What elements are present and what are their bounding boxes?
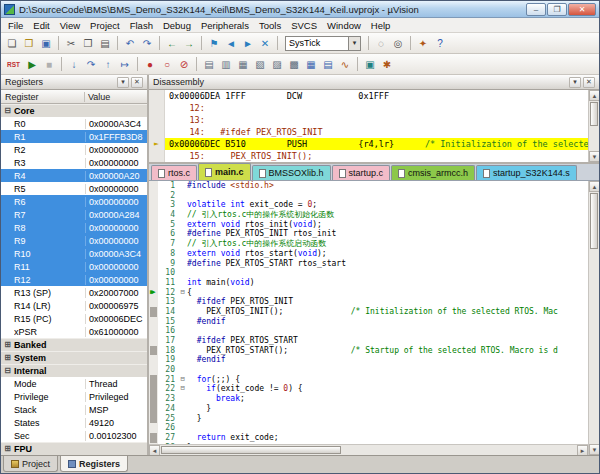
fold-collapse-icon[interactable]: ⊟ xyxy=(178,288,187,298)
collapse-icon[interactable]: ⊟ xyxy=(3,107,12,116)
menu-item-help[interactable]: Help xyxy=(366,20,396,31)
step-out-icon[interactable]: ↑ xyxy=(100,56,116,72)
register-group-system[interactable]: ⊞System xyxy=(1,351,147,364)
line-number[interactable]: 17 xyxy=(158,336,178,346)
step-over-icon[interactable]: ↷ xyxy=(83,56,99,72)
scroll-thumb[interactable] xyxy=(590,193,598,249)
line-number[interactable]: 9 xyxy=(158,259,178,269)
prev-bookmark-icon[interactable]: ◄ xyxy=(223,35,239,51)
register-row-r14-lr[interactable]: R14 (LR)0x00006975 xyxy=(1,299,147,312)
breakpoint-icon[interactable]: ● xyxy=(142,56,158,72)
scroll-up-icon[interactable]: ▲ xyxy=(589,181,599,192)
register-group-banked[interactable]: ⊞Banked xyxy=(1,338,147,351)
paste-icon[interactable]: ▤ xyxy=(97,35,113,51)
symbol-window-icon[interactable]: ▦ xyxy=(235,56,251,72)
line-number[interactable]: 18 xyxy=(158,346,178,356)
find-in-files-icon[interactable]: ◎ xyxy=(390,35,406,51)
register-row-r10[interactable]: R100x0000A3C4 xyxy=(1,247,147,260)
editor-lines[interactable]: 1#include <stdio.h>23volatile int exit_c… xyxy=(149,181,588,444)
line-number[interactable]: 8 xyxy=(158,249,178,259)
registers-menu-button[interactable]: ▾ xyxy=(117,77,129,88)
expand-icon[interactable]: ⊞ xyxy=(3,445,12,454)
register-row-privilege[interactable]: PrivilegePrivileged xyxy=(1,390,147,403)
step-into-icon[interactable]: ↓ xyxy=(66,56,82,72)
register-row-r1[interactable]: R10x1FFFB3D8 xyxy=(1,130,147,143)
line-number[interactable]: 14 xyxy=(158,307,178,317)
line-number[interactable]: 16 xyxy=(158,326,178,336)
save-icon[interactable]: ▣ xyxy=(38,35,54,51)
menu-item-flash[interactable]: Flash xyxy=(125,20,158,31)
editor-vscrollbar[interactable]: ▲ ▼ xyxy=(588,181,599,455)
menu-item-svcs[interactable]: SVCS xyxy=(286,20,322,31)
registers-window-icon[interactable]: ▧ xyxy=(252,56,268,72)
target-select-combo[interactable]: SysTick▾ xyxy=(285,36,361,51)
scroll-down-icon[interactable]: ▼ xyxy=(589,151,599,162)
new-file-icon[interactable]: ❏ xyxy=(4,35,20,51)
line-number[interactable]: 6 xyxy=(158,229,178,239)
disassembly-line[interactable]: 12: xyxy=(149,102,588,114)
close-button[interactable]: ✕ xyxy=(568,3,596,16)
line-number[interactable]: 2 xyxy=(158,191,178,201)
register-row-r0[interactable]: R00x0000A3C4 xyxy=(1,117,147,130)
next-bookmark-icon[interactable]: ► xyxy=(240,35,256,51)
registers-close-button[interactable]: ✕ xyxy=(131,77,143,88)
system-viewer-icon[interactable]: ▣ xyxy=(362,56,378,72)
serial-window-icon[interactable]: ▤ xyxy=(320,56,336,72)
register-group-internal[interactable]: ⊟Internal xyxy=(1,364,147,377)
tab-startup-s32k144-s[interactable]: startup_S32K144.s xyxy=(476,165,577,180)
register-row-r12[interactable]: R120x00000000 xyxy=(1,273,147,286)
cut-icon[interactable]: ✂ xyxy=(63,35,79,51)
line-number[interactable]: 7 xyxy=(158,239,178,249)
open-file-icon[interactable]: ❒ xyxy=(21,35,37,51)
disable-breakpoint-icon[interactable]: ○ xyxy=(159,56,175,72)
menu-item-debug[interactable]: Debug xyxy=(158,20,196,31)
menu-item-tools[interactable]: Tools xyxy=(254,20,286,31)
panel-tab-registers[interactable]: Registers xyxy=(60,456,128,472)
disassembly-caption[interactable]: Disassembly ▾ ✕ xyxy=(149,75,599,90)
disassembly-scrollbar[interactable]: ▲ ▼ xyxy=(588,90,599,162)
menu-item-project[interactable]: Project xyxy=(85,20,125,31)
disassembly-line[interactable]: 15: PEX_RTOS_INIT(); xyxy=(149,150,588,162)
register-group-core[interactable]: ⊟Core xyxy=(1,104,147,117)
register-row-r2[interactable]: R20x00000000 xyxy=(1,143,147,156)
line-number[interactable]: 19 xyxy=(158,355,178,365)
panel-tab-project[interactable]: Project xyxy=(3,456,58,472)
menu-item-file[interactable]: File xyxy=(3,20,28,31)
tab-bmssoxlib-h[interactable]: BMSSOXlib.h xyxy=(252,165,331,180)
nav-back-icon[interactable]: ← xyxy=(164,35,180,51)
register-row-r3[interactable]: R30x00000000 xyxy=(1,156,147,169)
disassembly-window-icon[interactable]: ▥ xyxy=(218,56,234,72)
line-number[interactable]: 21 xyxy=(158,375,178,385)
register-row-r9[interactable]: R90x00000000 xyxy=(1,234,147,247)
line-number[interactable]: 27 xyxy=(158,433,178,443)
register-row-mode[interactable]: ModeThread xyxy=(1,377,147,390)
bookmark-icon[interactable]: ⚑ xyxy=(206,35,222,51)
disassembly-line[interactable]: ►0x00006DEC B510 PUSH {r4,lr} /* Initial… xyxy=(149,138,588,150)
register-row-states[interactable]: States49120 xyxy=(1,416,147,429)
run-icon[interactable]: ▶ xyxy=(24,56,40,72)
scroll-thumb[interactable] xyxy=(590,102,598,126)
register-row-r13-sp[interactable]: R13 (SP)0x20007000 xyxy=(1,286,147,299)
line-number[interactable]: 12 xyxy=(158,288,178,298)
title-bar[interactable]: D:\SourceCode\BMS\BMS_Demo_S32K144_Keil\… xyxy=(1,1,599,18)
memory-window-icon[interactable]: ▦ xyxy=(303,56,319,72)
help-icon[interactable]: ? xyxy=(432,35,448,51)
redo-icon[interactable]: ↷ xyxy=(139,35,155,51)
register-row-r8[interactable]: R80x00000000 xyxy=(1,221,147,234)
collapse-icon[interactable]: ⊟ xyxy=(3,367,12,376)
menu-item-view[interactable]: View xyxy=(55,20,85,31)
menu-item-peripherals[interactable]: Peripherals xyxy=(196,20,254,31)
register-row-r6[interactable]: R60x00000000 xyxy=(1,195,147,208)
register-row-stack[interactable]: StackMSP xyxy=(1,403,147,416)
scroll-down-icon[interactable]: ▼ xyxy=(589,444,599,455)
disassembly-line[interactable]: 13: xyxy=(149,114,588,126)
register-row-r4[interactable]: R40x00000A20 xyxy=(1,169,147,182)
register-row-xpsr[interactable]: xPSR0x61000000 xyxy=(1,325,147,338)
register-row-sec[interactable]: Sec0.00102300 xyxy=(1,429,147,442)
line-number[interactable]: 26 xyxy=(158,423,178,433)
disassembly-line[interactable]: 14: #ifdef PEX_RTOS_INIT xyxy=(149,126,588,138)
fold-collapse-icon[interactable]: ⊟ xyxy=(178,384,187,394)
undo-icon[interactable]: ↶ xyxy=(122,35,138,51)
line-number[interactable]: 22 xyxy=(158,384,178,394)
nav-forward-icon[interactable]: → xyxy=(181,35,197,51)
